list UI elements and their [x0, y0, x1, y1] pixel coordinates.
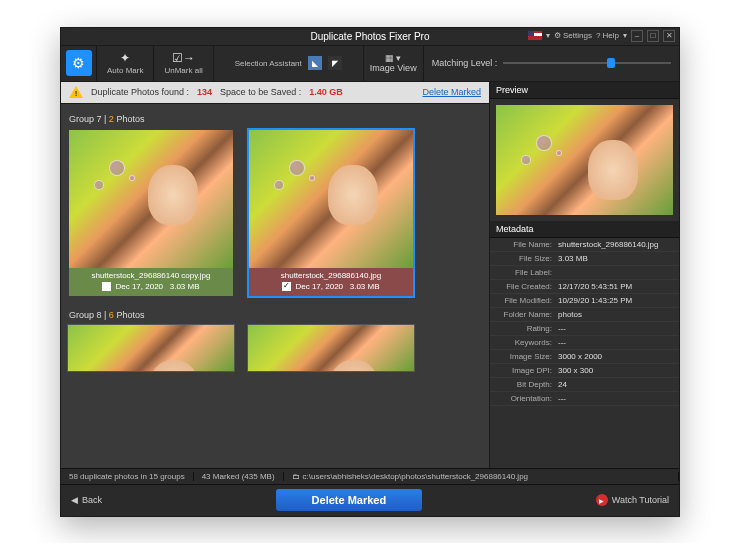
side-panel: Preview Metadata File Name:shutterstock_… — [489, 82, 679, 468]
metadata-row: Keywords:--- — [490, 336, 679, 350]
info-bar: ! Duplicate Photos found : 134 Space to … — [61, 82, 489, 104]
unmarkall-button[interactable]: ☑→ UnMark all — [154, 46, 213, 81]
groups-area: Group 7 | 2 Photos shutterstock_29688614… — [61, 104, 489, 468]
metadata-key: Folder Name: — [496, 310, 558, 319]
photo-thumbnail[interactable] — [249, 130, 413, 268]
selection-mode-b[interactable]: ◤ — [328, 56, 342, 70]
metadata-row: Rating:--- — [490, 322, 679, 336]
main-panel: ! Duplicate Photos found : 134 Space to … — [61, 82, 489, 468]
app-title: Duplicate Photos Fixer Pro — [311, 31, 430, 42]
metadata-row: File Label: — [490, 266, 679, 280]
status-summary: 58 duplicate photos in 15 groups — [61, 472, 194, 481]
settings-link[interactable]: ⚙ Settings — [554, 31, 592, 40]
warning-icon: ! — [69, 86, 83, 98]
metadata-value: --- — [558, 394, 673, 403]
metadata-row: Image DPI:300 x 300 — [490, 364, 679, 378]
help-link[interactable]: ? Help — [596, 31, 619, 40]
metadata-list: File Name:shutterstock_296886140.jpgFile… — [490, 238, 679, 468]
metadata-value: 3.03 MB — [558, 254, 673, 263]
metadata-key: File Name: — [496, 240, 558, 249]
metadata-row: Bit Depth:24 — [490, 378, 679, 392]
metadata-value: --- — [558, 324, 673, 333]
metadata-key: Orientation: — [496, 394, 558, 403]
delete-marked-button[interactable]: Delete Marked — [276, 489, 423, 511]
help-dropdown[interactable]: ▾ — [623, 31, 627, 40]
uncheck-icon: ☑→ — [172, 51, 195, 65]
image-view-button[interactable]: ▦ ▾ Image View — [364, 46, 424, 81]
maximize-button[interactable]: □ — [647, 30, 659, 42]
metadata-key: Bit Depth: — [496, 380, 558, 389]
slider-thumb[interactable] — [607, 58, 615, 68]
metadata-key: Image Size: — [496, 352, 558, 361]
delete-marked-link[interactable]: Delete Marked — [422, 87, 481, 97]
titlebar-controls: ▾ ⚙ Settings ? Help ▾ – □ ✕ — [528, 30, 675, 42]
metadata-key: Keywords: — [496, 338, 558, 347]
play-icon: ▶ — [596, 494, 608, 506]
app-logo: ⚙ — [61, 46, 97, 81]
photo-checkbox[interactable] — [102, 282, 111, 291]
metadata-header: Metadata — [490, 221, 679, 238]
metadata-key: File Label: — [496, 268, 558, 277]
photo-caption: shutterstock_296886140 copy.jpg Dec 17, … — [69, 268, 233, 296]
folder-icon: 🗀 — [292, 472, 300, 481]
watch-tutorial-button[interactable]: ▶ Watch Tutorial — [596, 494, 669, 506]
metadata-value: shutterstock_296886140.jpg — [558, 240, 673, 249]
photo-card[interactable] — [67, 324, 235, 372]
metadata-row: Image Size:3000 x 2000 — [490, 350, 679, 364]
metadata-value: 24 — [558, 380, 673, 389]
metadata-key: File Modified: — [496, 296, 558, 305]
metadata-row: File Name:shutterstock_296886140.jpg — [490, 238, 679, 252]
photo-card[interactable]: shutterstock_296886140.jpg Dec 17, 2020 … — [247, 128, 415, 298]
preview-image — [496, 105, 673, 215]
group-header: Group 7 | 2 Photos — [67, 110, 483, 128]
app-window: Duplicate Photos Fixer Pro ▾ ⚙ Settings … — [60, 27, 680, 517]
photo-card[interactable] — [247, 324, 415, 372]
back-icon: ◀ — [71, 495, 78, 505]
metadata-row: File Size:3.03 MB — [490, 252, 679, 266]
dup-count: 134 — [197, 87, 212, 97]
selection-assistant: Selection Assistant ◣ ◤ — [214, 46, 364, 81]
lang-dropdown[interactable]: ▾ — [546, 31, 550, 40]
metadata-value: 3000 x 2000 — [558, 352, 673, 361]
wand-icon: ✦ — [120, 51, 130, 65]
space-value: 1.40 GB — [309, 87, 343, 97]
titlebar: Duplicate Photos Fixer Pro ▾ ⚙ Settings … — [61, 28, 679, 46]
metadata-value: 300 x 300 — [558, 366, 673, 375]
metadata-value: --- — [558, 338, 673, 347]
close-button[interactable]: ✕ — [663, 30, 675, 42]
footer: ◀ Back Delete Marked ▶ Watch Tutorial — [61, 484, 679, 516]
back-button[interactable]: ◀ Back — [71, 495, 102, 505]
status-marked: 43 Marked (435 MB) — [194, 472, 284, 481]
photo-caption: shutterstock_296886140.jpg Dec 17, 2020 … — [249, 268, 413, 296]
metadata-value: 12/17/20 5:43:51 PM — [558, 282, 673, 291]
photo-card[interactable]: shutterstock_296886140 copy.jpg Dec 17, … — [67, 128, 235, 298]
preview-header: Preview — [490, 82, 679, 99]
gear-icon: ⚙ — [72, 55, 85, 71]
flag-icon[interactable] — [528, 31, 542, 40]
metadata-value — [558, 268, 673, 277]
metadata-key: File Size: — [496, 254, 558, 263]
photo-checkbox[interactable] — [282, 282, 291, 291]
status-path: 🗀 c:\users\abhisheks\desktop\photos\shut… — [284, 472, 679, 481]
metadata-row: Folder Name:photos — [490, 308, 679, 322]
metadata-key: Rating: — [496, 324, 558, 333]
matching-slider[interactable] — [503, 62, 671, 64]
metadata-row: Orientation:--- — [490, 392, 679, 406]
metadata-key: Image DPI: — [496, 366, 558, 375]
group-header: Group 8 | 6 Photos — [67, 306, 483, 324]
minimize-button[interactable]: – — [631, 30, 643, 42]
metadata-key: File Created: — [496, 282, 558, 291]
grid-icon: ▦ ▾ — [385, 53, 402, 63]
toolbar: ⚙ ✦ Auto Mark ☑→ UnMark all Selection As… — [61, 46, 679, 82]
automark-button[interactable]: ✦ Auto Mark — [97, 46, 154, 81]
status-bar: 58 duplicate photos in 15 groups 43 Mark… — [61, 468, 679, 484]
matching-level: Matching Level : — [424, 46, 679, 81]
photo-thumbnail[interactable] — [69, 130, 233, 268]
metadata-row: File Modified:10/29/20 1:43:25 PM — [490, 294, 679, 308]
metadata-value: photos — [558, 310, 673, 319]
metadata-row: File Created:12/17/20 5:43:51 PM — [490, 280, 679, 294]
selection-mode-a[interactable]: ◣ — [308, 56, 322, 70]
preview-area — [490, 99, 679, 221]
metadata-value: 10/29/20 1:43:25 PM — [558, 296, 673, 305]
